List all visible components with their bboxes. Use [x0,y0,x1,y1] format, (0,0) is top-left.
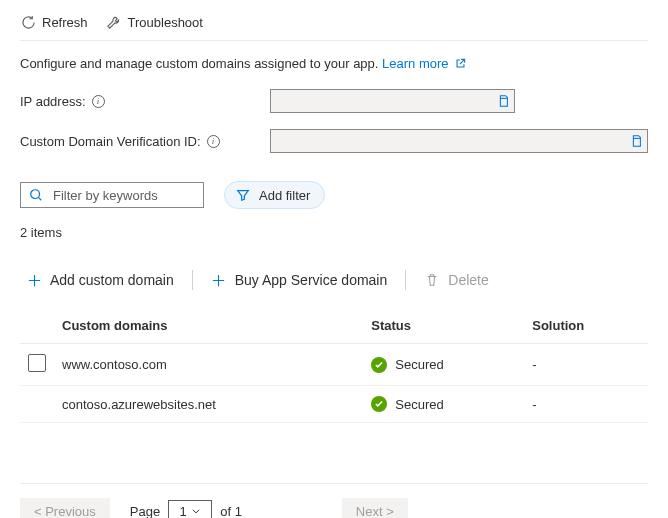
page-value: 1 [180,504,187,518]
learn-more-label: Learn more [382,56,448,71]
plus-icon [211,272,227,288]
filter-icon [235,187,251,203]
add-filter-button[interactable]: Add filter [224,181,325,209]
troubleshoot-button[interactable]: Troubleshoot [106,14,203,30]
svg-rect-1 [633,138,640,146]
info-icon[interactable]: i [92,95,105,108]
trash-icon [424,272,440,288]
ip-label-text: IP address: [20,94,86,109]
status-text: Secured [395,357,443,372]
divider [405,270,406,290]
buy-app-service-domain-button[interactable]: Buy App Service domain [205,268,394,292]
description-body: Configure and manage custom domains assi… [20,56,378,71]
copy-icon[interactable] [494,92,512,110]
ip-address-field[interactable] [270,89,515,113]
column-header-solution[interactable]: Solution [524,308,648,344]
checkbox-header [20,308,54,344]
check-circle-icon [371,396,387,412]
solution-cell: - [524,344,648,386]
custom-domains-table: Custom domains Status Solution www.conto… [20,308,648,423]
item-count: 2 items [20,225,648,240]
search-box[interactable] [20,182,204,208]
previous-button[interactable]: < Previous [20,498,110,518]
domain-cell: contoso.azurewebsites.net [54,386,363,423]
domain-cell: www.contoso.com [54,344,363,386]
copy-icon[interactable] [627,132,645,150]
add-custom-domain-button[interactable]: Add custom domain [20,268,180,292]
page-indicator: Page 1 of 1 [130,500,242,519]
refresh-label: Refresh [42,15,88,30]
learn-more-link[interactable]: Learn more [382,55,468,71]
verification-id-label: Custom Domain Verification ID: i [20,134,270,149]
description-text: Configure and manage custom domains assi… [20,55,648,71]
column-header-status[interactable]: Status [363,308,524,344]
page-select[interactable]: 1 [168,500,212,519]
status-text: Secured [395,397,443,412]
svg-point-2 [31,190,40,199]
svg-rect-0 [500,98,507,106]
refresh-icon [20,14,36,30]
plus-icon [26,272,42,288]
next-button[interactable]: Next > [342,498,408,518]
table-row[interactable]: contoso.azurewebsites.net Secured - [20,386,648,423]
action-bar: Add custom domain Buy App Service domain… [20,268,648,292]
delete-label: Delete [448,272,488,288]
search-icon [29,187,43,203]
search-input[interactable] [51,187,223,204]
top-toolbar: Refresh Troubleshoot [20,10,648,41]
external-link-icon [453,55,469,71]
solution-cell: - [524,386,648,423]
page-of-label: of 1 [220,504,242,518]
troubleshoot-label: Troubleshoot [128,15,203,30]
status-cell: Secured [371,357,443,373]
ip-address-row: IP address: i [20,89,648,113]
verification-id-row: Custom Domain Verification ID: i [20,129,648,153]
chevron-down-icon [191,504,201,518]
wrench-icon [106,14,122,30]
table-row[interactable]: www.contoso.com Secured - [20,344,648,386]
divider [192,270,193,290]
row-checkbox[interactable] [28,354,46,372]
verification-label-text: Custom Domain Verification ID: [20,134,201,149]
page-label: Page [130,504,160,518]
add-domain-label: Add custom domain [50,272,174,288]
info-icon[interactable]: i [207,135,220,148]
ip-address-label: IP address: i [20,94,270,109]
add-filter-label: Add filter [259,188,310,203]
column-header-domain[interactable]: Custom domains [54,308,363,344]
delete-button: Delete [418,268,494,292]
filter-row: Add filter [20,181,648,209]
verification-id-field[interactable] [270,129,648,153]
pager: < Previous Page 1 of 1 Next > [20,483,648,518]
buy-domain-label: Buy App Service domain [235,272,388,288]
status-cell: Secured [371,396,443,412]
check-circle-icon [371,357,387,373]
refresh-button[interactable]: Refresh [20,14,88,30]
